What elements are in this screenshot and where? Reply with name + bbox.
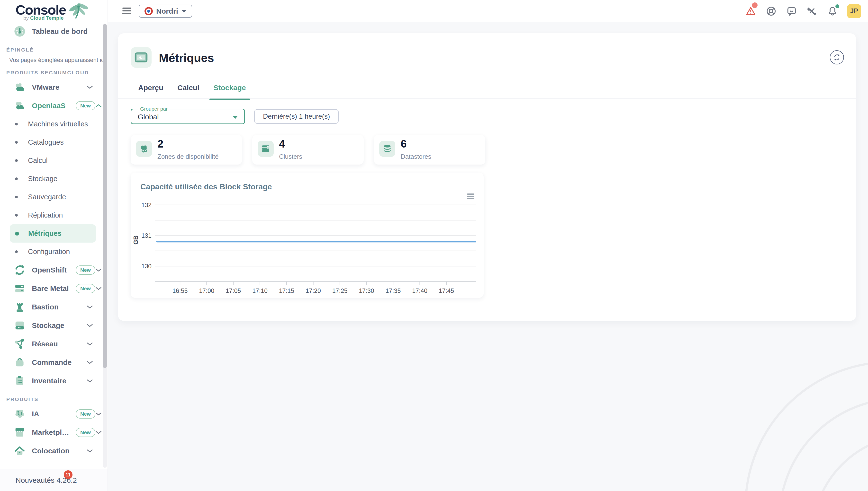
notification-dot-badge	[835, 4, 839, 8]
chevron-down-icon	[87, 360, 93, 364]
chevron-down-icon	[87, 379, 93, 383]
datastores-icon	[382, 143, 392, 154]
sidebar-subitem-catalogues[interactable]: Catalogues	[10, 133, 96, 151]
chevron-down-icon	[96, 431, 102, 434]
sidebar-item-r-seau[interactable]: Réseau	[0, 335, 108, 353]
stat-label: Datastores	[401, 153, 431, 161]
logo-brand: Cloud Temple	[30, 15, 63, 21]
sidebar-item-stockage[interactable]: Stockage	[0, 316, 108, 335]
tools-button[interactable]	[806, 5, 818, 17]
logo-byline: by Cloud Temple	[23, 15, 63, 21]
stats-row: 2 Zones de disponibilité 4 Clusters 6 Da…	[131, 135, 485, 165]
bullet-icon	[15, 159, 18, 162]
sidebar-subitem-m-triques[interactable]: Métriques	[10, 224, 96, 242]
sidebar-item-openshift[interactable]: OpenShiftNew	[0, 261, 108, 279]
page-icon-tile	[131, 47, 152, 68]
svg-text:17:15: 17:15	[279, 287, 294, 294]
alerts-button[interactable]	[745, 5, 757, 17]
sidebar-item-colocation[interactable]: Colocation	[0, 442, 108, 460]
sidebar: Tableau de bordÉPINGLÉVos pages épinglée…	[0, 22, 108, 491]
sidebar-item-openiaas[interactable]: OpenIaaSNew	[0, 96, 108, 115]
sidebar-item-bare-metal[interactable]: Bare MetalNew	[0, 279, 108, 298]
dragonfly-logo-icon	[66, 1, 90, 21]
svg-text:17:45: 17:45	[439, 287, 454, 294]
bastion-icon	[13, 301, 26, 313]
new-badge: New	[76, 265, 96, 275]
storage-icon	[13, 319, 26, 332]
sidebar-subitem-sauvegarde[interactable]: Sauvegarde	[10, 188, 96, 206]
sidebar-item-vmware[interactable]: VMware	[0, 78, 108, 96]
chevron-down-icon	[87, 85, 93, 89]
stat-value: 2	[157, 138, 163, 150]
chevron-down-icon	[96, 287, 102, 290]
block-storage-chart-card: Capacité utilisée des Block Storage 1321…	[131, 173, 484, 298]
sidebar-subitem-machines-virtuelles[interactable]: Machines virtuelles	[10, 115, 96, 133]
svg-text:GB: GB	[132, 235, 139, 245]
openshift-icon	[13, 264, 26, 277]
tenant-selector-button[interactable]: Nordri	[139, 5, 192, 18]
tools-icon	[807, 6, 818, 17]
new-badge: New	[76, 101, 96, 110]
sidebar-section-header: ÉPINGLÉ	[0, 47, 108, 53]
stat-value: 6	[401, 138, 407, 150]
sidebar-item-inventaire[interactable]: Inventaire	[0, 372, 108, 390]
refresh-button[interactable]	[830, 50, 844, 64]
whats-new-count-badge: 11	[64, 470, 73, 479]
stat-icon-tile	[136, 141, 152, 157]
bullet-icon	[15, 177, 18, 180]
cloud-icon	[13, 99, 26, 112]
stat-card-zones-de-disponibilit-: 2 Zones de disponibilité	[131, 135, 242, 165]
bullet-icon	[15, 250, 18, 253]
svg-text:17:25: 17:25	[332, 287, 348, 294]
network-icon	[13, 338, 26, 350]
svg-text:17:30: 17:30	[359, 287, 374, 294]
topbar: Console by Cloud Temple Nordri	[0, 0, 868, 22]
logo-zone: Console by Cloud Temple	[0, 0, 108, 22]
tab-stockage[interactable]: Stockage	[213, 83, 246, 99]
chevron-down-icon	[87, 323, 93, 327]
chart-title: Capacité utilisée des Block Storage	[140, 182, 272, 191]
sidebar-item-tableau-de-bord[interactable]: Tableau de bord	[0, 22, 108, 40]
sidebar-subitem-calcul[interactable]: Calcul	[10, 151, 96, 170]
sidebar-subitem-configuration[interactable]: Configuration	[10, 242, 96, 261]
line-chart: 13213113016:5517:0017:0517:1017:1517:201…	[131, 192, 484, 298]
sidebar-scrollbar-thumb[interactable]	[103, 24, 107, 368]
chevron-down-icon	[87, 305, 93, 309]
support-button[interactable]	[765, 5, 777, 17]
notifications-button[interactable]	[826, 5, 838, 17]
user-avatar[interactable]: JP	[847, 4, 861, 18]
feedback-chat-icon	[786, 6, 797, 17]
sidebar-item-ia[interactable]: IANew	[0, 405, 108, 423]
group-by-value: Global	[138, 113, 160, 121]
gauge-icon	[13, 25, 26, 38]
cloud-icon	[13, 81, 26, 94]
svg-text:17:10: 17:10	[252, 287, 268, 294]
bullet-icon	[15, 232, 19, 235]
tab-aper-u[interactable]: Aperçu	[138, 83, 163, 99]
brain-icon	[13, 408, 26, 420]
store-icon	[13, 426, 26, 439]
chevron-down-icon	[87, 449, 93, 453]
sidebar-item-commande[interactable]: Commande	[0, 353, 108, 372]
menu-toggle-button[interactable]	[123, 7, 131, 15]
sidebar-nav: Tableau de bordÉPINGLÉVos pages épinglée…	[0, 22, 108, 469]
metrics-monitor-icon	[134, 52, 148, 63]
feedback-button[interactable]	[786, 5, 797, 17]
alert-count-badge	[752, 2, 758, 8]
sidebar-section-header: PRODUITS SECNUMCLOUD	[0, 70, 108, 76]
new-badge: New	[76, 409, 96, 418]
sidebar-subitem-stockage[interactable]: Stockage	[10, 170, 96, 188]
tab-calcul[interactable]: Calcul	[178, 83, 199, 99]
new-badge: New	[76, 428, 96, 437]
sidebar-item-marketpl-[interactable]: Marketpl…New	[0, 423, 108, 442]
house-icon	[13, 444, 26, 457]
sidebar-subitem-r-plication[interactable]: Réplication	[10, 206, 96, 224]
lifebuoy-icon	[766, 6, 777, 17]
svg-text:132: 132	[141, 202, 152, 208]
whats-new-button[interactable]: Nouveautés 4.26.2 11	[0, 469, 108, 491]
time-range-button[interactable]: Dernière(s) 1 heure(s)	[254, 109, 338, 124]
stat-icon-tile	[379, 141, 395, 157]
sidebar-item-bastion[interactable]: Bastion	[0, 298, 108, 316]
group-by-select[interactable]: Grouper par Global	[131, 109, 245, 124]
svg-text:16:55: 16:55	[172, 287, 188, 294]
